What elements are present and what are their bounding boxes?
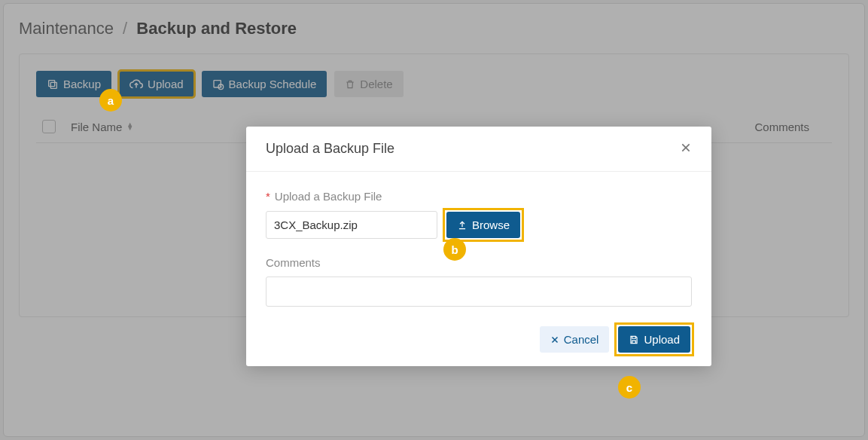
upload-modal: Upload a Backup File * Upload a Backup F… xyxy=(246,127,711,366)
save-icon xyxy=(629,335,639,345)
comments-label: Comments xyxy=(266,256,692,269)
upload-highlight: Upload xyxy=(617,325,692,354)
browse-label: Browse xyxy=(472,218,510,231)
modal-footer: Cancel Upload xyxy=(246,314,711,366)
required-marker: * xyxy=(266,190,270,203)
comments-input[interactable] xyxy=(266,277,692,307)
annotation-a: a xyxy=(99,89,122,112)
file-row: Browse xyxy=(266,210,692,240)
comments-label-text: Comments xyxy=(266,256,321,269)
filename-input[interactable] xyxy=(266,211,437,239)
upload-arrow-icon xyxy=(457,220,468,231)
file-field-wrap xyxy=(266,211,437,239)
modal-header: Upload a Backup File xyxy=(246,127,711,172)
modal-upload-label: Upload xyxy=(644,333,680,346)
browse-button[interactable]: Browse xyxy=(446,212,520,238)
cancel-x-icon xyxy=(550,335,559,344)
annotation-b: b xyxy=(443,238,466,261)
file-label: * Upload a Backup File xyxy=(266,190,692,203)
close-button[interactable] xyxy=(680,140,692,157)
modal-body: * Upload a Backup File Browse Comments xyxy=(246,172,711,314)
cancel-label: Cancel xyxy=(564,333,599,346)
close-icon xyxy=(680,142,692,154)
annotation-c: c xyxy=(618,376,641,399)
cancel-button[interactable]: Cancel xyxy=(540,326,610,353)
browse-highlight: Browse xyxy=(445,210,522,240)
modal-upload-button[interactable]: Upload xyxy=(618,326,690,353)
modal-title: Upload a Backup File xyxy=(266,141,394,157)
file-label-text: Upload a Backup File xyxy=(275,190,382,203)
